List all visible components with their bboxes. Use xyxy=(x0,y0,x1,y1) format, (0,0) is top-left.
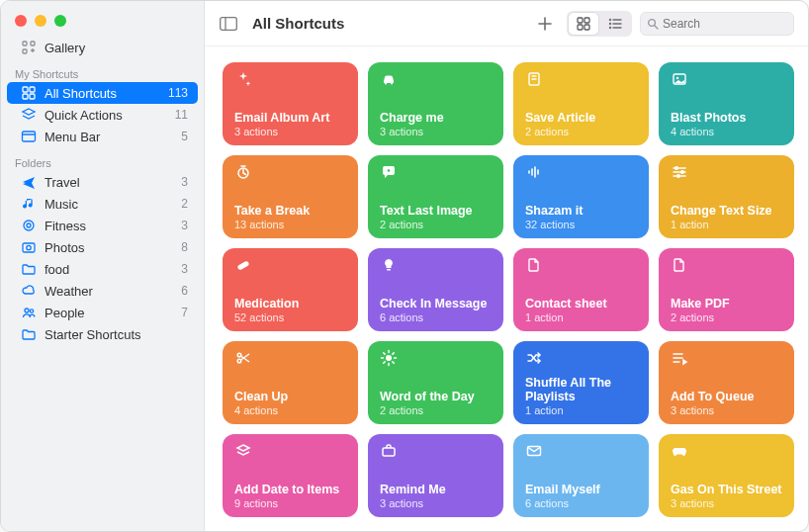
bulb-icon xyxy=(380,256,492,274)
sidebar-item-fitness[interactable]: Fitness3 xyxy=(7,215,198,236)
svg-rect-4 xyxy=(30,87,35,92)
svg-rect-11 xyxy=(23,243,35,252)
sliders-icon xyxy=(671,163,782,181)
sidebar-item-food[interactable]: food3 xyxy=(7,258,198,280)
plane-icon xyxy=(19,174,39,190)
app-window: Gallery My ShortcutsAll Shortcuts113Quic… xyxy=(0,0,809,532)
shortcut-title: Add To Queue xyxy=(671,390,782,403)
svg-point-46 xyxy=(681,171,684,174)
close-window-button[interactable] xyxy=(15,15,27,27)
shortcut-card[interactable]: Change Text Size1 action xyxy=(659,155,794,238)
shortcut-card[interactable]: Take a Break13 actions xyxy=(223,155,358,238)
sidebar-item-all-shortcuts[interactable]: All Shortcuts113 xyxy=(7,82,198,104)
sidebar-item-music[interactable]: Music2 xyxy=(7,193,198,215)
sidebar-item-count: 113 xyxy=(168,86,188,100)
shortcut-card[interactable]: Save Article2 actions xyxy=(513,62,649,145)
shortcut-subtitle: 2 actions xyxy=(380,219,492,230)
search-input[interactable] xyxy=(663,17,787,31)
car-icon xyxy=(380,70,492,88)
search-icon xyxy=(647,18,659,30)
svg-rect-3 xyxy=(23,87,28,92)
shortcut-subtitle: 13 actions xyxy=(234,219,346,230)
shortcut-title: Charge me xyxy=(380,111,492,125)
shortcut-card[interactable]: Contact sheet1 action xyxy=(513,248,649,331)
shortcut-card[interactable]: Gas On This Street3 actions xyxy=(659,434,794,517)
svg-line-59 xyxy=(384,362,385,363)
shortcut-subtitle: 32 actions xyxy=(525,219,637,230)
sun-icon xyxy=(380,349,492,367)
svg-rect-0 xyxy=(23,42,27,45)
shortcut-subtitle: 6 actions xyxy=(380,311,492,323)
svg-line-28 xyxy=(655,26,658,29)
toggle-sidebar-button[interactable] xyxy=(215,12,242,36)
svg-point-47 xyxy=(677,175,680,178)
shortcut-card[interactable]: Word of the Day2 actions xyxy=(368,341,503,424)
svg-rect-1 xyxy=(31,42,35,45)
svg-rect-17 xyxy=(578,18,583,23)
shortcut-card[interactable]: Clean Up4 actions xyxy=(223,341,358,424)
svg-point-13 xyxy=(25,309,29,312)
list-view-button[interactable] xyxy=(600,13,630,35)
search-field[interactable] xyxy=(640,12,794,36)
shortcut-card[interactable]: Email Myself6 actions xyxy=(513,434,649,517)
shortcut-card[interactable]: Add Date to Items9 actions xyxy=(223,434,358,517)
shortcut-card[interactable]: Charge me3 actions xyxy=(368,62,503,145)
shortcut-card[interactable]: Blast Photos4 actions xyxy=(659,62,794,145)
timer-icon xyxy=(234,163,346,181)
sidebar-item-count: 6 xyxy=(181,284,188,298)
shortcut-card[interactable]: Email Album Art3 actions xyxy=(223,62,358,145)
scissors-icon xyxy=(234,349,346,367)
sidebar-item-label: Travel xyxy=(45,175,80,190)
sidebar-item-label: Quick Actions xyxy=(45,108,123,123)
svg-rect-7 xyxy=(23,132,36,141)
minimize-window-button[interactable] xyxy=(35,15,46,27)
sidebar-item-travel[interactable]: Travel3 xyxy=(7,171,198,193)
shortcut-subtitle: 6 actions xyxy=(525,497,637,509)
svg-point-30 xyxy=(391,83,393,85)
add-shortcut-button[interactable] xyxy=(531,12,559,36)
shortcut-card[interactable]: Medication52 actions xyxy=(223,248,358,331)
shortcut-subtitle: 3 actions xyxy=(671,497,782,509)
shortcut-title: Text Last Image xyxy=(380,204,492,218)
main-pane: All Shortcuts Email Album Art3 actio xyxy=(205,1,808,531)
shortcut-card[interactable]: Text Last Image2 actions xyxy=(368,155,503,238)
sidebar-item-menu-bar[interactable]: Menu Bar5 xyxy=(7,126,198,147)
shortcut-card[interactable]: Check In Message6 actions xyxy=(368,248,503,331)
zoom-window-button[interactable] xyxy=(54,15,66,27)
sidebar-item-weather[interactable]: Weather6 xyxy=(7,280,198,302)
sidebar-item-quick-actions[interactable]: Quick Actions11 xyxy=(7,104,198,126)
shortcut-card[interactable]: Make PDF2 actions xyxy=(659,248,794,331)
shortcut-card[interactable]: Remind Me3 actions xyxy=(368,434,503,517)
sidebar-item-photos[interactable]: Photos8 xyxy=(7,236,198,258)
shortcut-title: Save Article xyxy=(525,111,637,125)
page-title: All Shortcuts xyxy=(252,15,344,32)
svg-line-60 xyxy=(393,353,394,354)
shortcut-card[interactable]: Shazam it32 actions xyxy=(513,155,649,238)
queue-icon xyxy=(671,349,782,367)
sidebar-item-starter-shortcuts[interactable]: Starter Shortcuts xyxy=(7,323,198,345)
image-icon xyxy=(671,70,782,88)
pill-icon xyxy=(234,256,346,274)
shortcut-title: Email Album Art xyxy=(234,111,346,125)
sidebar-item-gallery[interactable]: Gallery xyxy=(7,37,198,58)
chat-icon xyxy=(380,163,492,181)
grid-view-button[interactable] xyxy=(569,13,598,35)
photo-icon xyxy=(19,239,39,255)
view-toggle xyxy=(567,11,632,37)
svg-rect-61 xyxy=(383,448,395,456)
shortcut-card[interactable]: Add To Queue3 actions xyxy=(659,341,794,424)
sidebar-item-label: Fitness xyxy=(45,219,86,233)
sidebar: Gallery My ShortcutsAll Shortcuts113Quic… xyxy=(1,1,205,531)
folder-icon xyxy=(19,326,39,342)
sidebar-item-people[interactable]: People7 xyxy=(7,302,198,323)
svg-point-35 xyxy=(676,77,678,79)
sidebar-item-count: 3 xyxy=(181,219,188,232)
svg-rect-15 xyxy=(221,17,237,30)
shortcut-title: Add Date to Items xyxy=(234,483,346,496)
svg-rect-6 xyxy=(30,94,35,99)
svg-point-52 xyxy=(386,355,392,361)
svg-point-10 xyxy=(27,223,31,227)
shortcut-title: Shazam it xyxy=(525,204,637,218)
shortcut-card[interactable]: Shuffle All The Playlists1 action xyxy=(513,341,649,424)
svg-rect-20 xyxy=(584,25,589,30)
